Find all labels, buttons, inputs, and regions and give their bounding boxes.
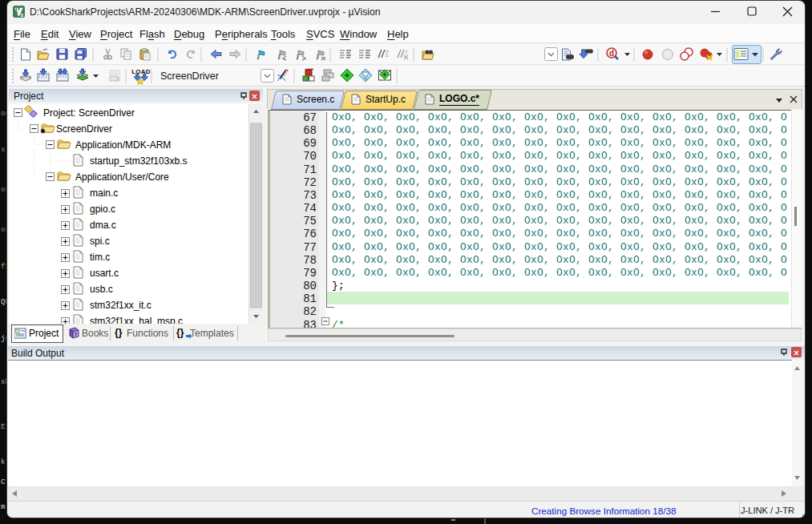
svg-text:LOAD: LOAD	[131, 68, 150, 75]
svg-text:ScreenDriver: ScreenDriver	[160, 71, 219, 82]
svg-text:s: s	[20, 12, 23, 18]
svg-text:?: ?	[74, 332, 77, 337]
svg-text:d: d	[609, 49, 614, 58]
